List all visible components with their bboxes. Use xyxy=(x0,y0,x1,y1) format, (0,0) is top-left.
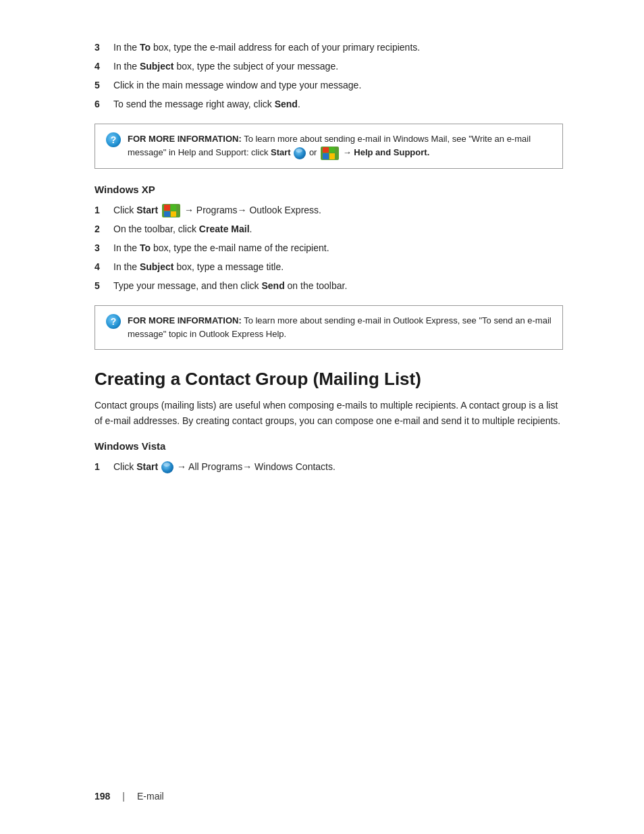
vista-step1-arrow: → All Programs→ Windows Contacts xyxy=(177,461,333,472)
step-3: 3 In the To box, type the e-mail address… xyxy=(95,41,563,55)
xp-step-4: 4 In the Subject box, type a message tit… xyxy=(95,260,563,274)
help-support-badge xyxy=(321,147,339,160)
or-text-1: or xyxy=(309,147,319,157)
section-heading: Creating a Contact Group (Mailing List) xyxy=(95,369,563,390)
page-number: 198 xyxy=(95,791,110,802)
xp-logo-icon xyxy=(164,205,176,217)
for-more-info-label-2: FOR MORE INFORMATION: xyxy=(128,315,242,325)
xp-step-num-3: 3 xyxy=(95,241,113,255)
xp-step-3: 3 In the To box, type the e-mail name of… xyxy=(95,241,563,255)
xp-step-text-4: In the Subject box, type a message title… xyxy=(113,260,563,274)
step-text-6: To send the message right away, click Se… xyxy=(113,97,563,111)
info-box-1: ? FOR MORE INFORMATION: To learn more ab… xyxy=(95,124,563,169)
xp-step-text-2: On the toolbar, click Create Mail. xyxy=(113,222,563,236)
xp-logo-icon-infobox xyxy=(323,147,335,159)
step-num-3: 3 xyxy=(95,41,113,55)
page-footer: 198 | E-mail xyxy=(0,791,644,802)
info-content-2: FOR MORE INFORMATION: To learn more abou… xyxy=(128,314,552,341)
xp-step-1: 1 Click Start → Programs→ Outlook Expres… xyxy=(95,203,563,217)
intro-paragraph: Contact groups (mailing lists) are usefu… xyxy=(95,398,563,428)
arrow-text-1: → xyxy=(343,147,354,157)
vista-step-text-1: Click Start → All Programs→ Windows Cont… xyxy=(113,460,563,474)
step-num-5: 5 xyxy=(95,78,113,93)
footer-label: E-mail xyxy=(137,791,164,802)
xp-start-badge xyxy=(162,204,180,217)
xp-steps-list: 1 Click Start → Programs→ Outlook Expres… xyxy=(95,203,563,293)
vista-steps-list: 1 Click Start → All Programs→ Windows Co… xyxy=(95,460,563,474)
vista-orb-icon xyxy=(161,461,173,473)
step-num-4: 4 xyxy=(95,59,113,74)
vista-step-num-1: 1 xyxy=(95,460,113,474)
footer-separator: | xyxy=(122,791,125,802)
step-6: 6 To send the message right away, click … xyxy=(95,97,563,111)
xp-step-2: 2 On the toolbar, click Create Mail. xyxy=(95,222,563,236)
xp-step-text-5: Type your message, and then click Send o… xyxy=(113,279,563,293)
xp-step-num-5: 5 xyxy=(95,279,113,293)
xp-step-num-1: 1 xyxy=(95,203,113,217)
step-5: 5 Click in the main message window and t… xyxy=(95,78,563,93)
xp-step1-arrow: → Programs→ Outlook Express xyxy=(184,205,319,215)
page: 3 In the To box, type the e-mail address… xyxy=(0,0,644,834)
xp-step-num-4: 4 xyxy=(95,260,113,274)
start-text-1: Start xyxy=(271,147,291,157)
step-num-6: 6 xyxy=(95,97,113,111)
for-more-info-label-1: FOR MORE INFORMATION: xyxy=(128,134,242,144)
windows-xp-title: Windows XP xyxy=(95,184,563,195)
step-4: 4 In the Subject box, type the subject o… xyxy=(95,59,563,74)
info-box-2: ? FOR MORE INFORMATION: To learn more ab… xyxy=(95,305,563,350)
xp-step-5: 5 Type your message, and then click Send… xyxy=(95,279,563,293)
vista-step-1: 1 Click Start → All Programs→ Windows Co… xyxy=(95,460,563,474)
info-content-1: FOR MORE INFORMATION: To learn more abou… xyxy=(128,132,552,160)
vista-orb-icon-1 xyxy=(294,147,306,159)
step-text-4: In the Subject box, type the subject of … xyxy=(113,59,563,74)
step-text-5: Click in the main message window and typ… xyxy=(113,78,563,93)
xp-step-text-1: Click Start → Programs→ Outlook Express. xyxy=(113,203,563,217)
info-icon-1: ? xyxy=(106,132,121,147)
help-support-label: Help and Support. xyxy=(354,147,429,157)
windows-vista-title: Windows Vista xyxy=(95,440,563,452)
top-steps-list: 3 In the To box, type the e-mail address… xyxy=(95,41,563,111)
xp-step-text-3: In the To box, type the e-mail name of t… xyxy=(113,241,563,255)
info-icon-2: ? xyxy=(106,314,121,329)
step-text-3: In the To box, type the e-mail address f… xyxy=(113,41,563,55)
xp-step-num-2: 2 xyxy=(95,222,113,236)
